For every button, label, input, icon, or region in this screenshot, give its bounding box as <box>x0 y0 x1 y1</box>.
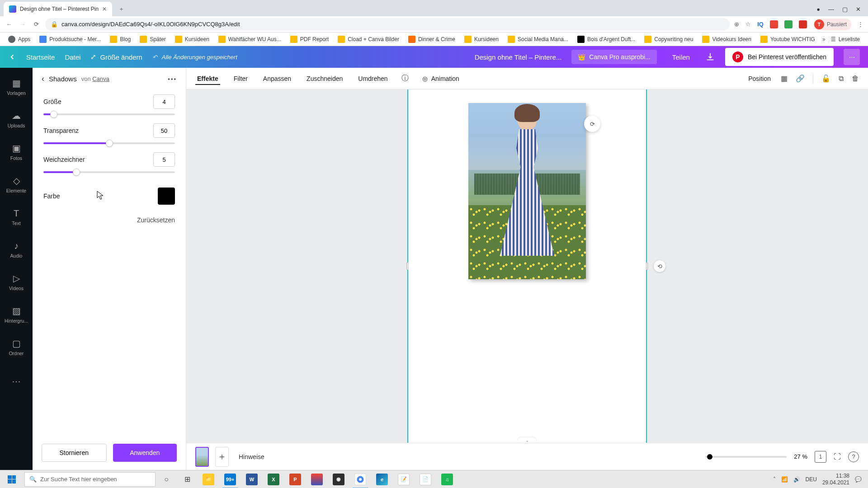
size-slider[interactable] <box>43 113 175 115</box>
url-input[interactable]: 🔒 canva.com/design/DAEdCa69Qs4/-oIKL0OlG… <box>45 18 730 31</box>
close-tab-icon[interactable]: ✕ <box>102 6 107 12</box>
reset-link[interactable]: Zurücksetzen <box>137 216 175 224</box>
clock[interactable]: 11:38 29.04.2021 <box>822 473 849 486</box>
resize-handle-right[interactable] <box>646 262 648 270</box>
header-back-icon[interactable] <box>8 53 16 61</box>
blur-slider[interactable] <box>43 171 175 173</box>
page-count-icon[interactable]: 1 <box>815 451 826 463</box>
panel-back-icon[interactable]: ‹ <box>42 74 44 84</box>
bookmark-item[interactable]: Youtube WICHTIG <box>757 34 819 45</box>
flip-tab[interactable]: Umdrehen <box>356 72 389 85</box>
rotate-handle[interactable]: ⟲ <box>654 260 665 272</box>
taskbar-app[interactable] <box>307 470 327 488</box>
rail-videos[interactable]: ▷Videos <box>0 266 33 298</box>
refresh-image-icon[interactable]: ⟳ <box>584 116 600 132</box>
chrome-menu-icon[interactable]: ⋮ <box>858 21 863 28</box>
taskbar-chrome[interactable] <box>350 470 371 488</box>
position-button[interactable]: Position <box>746 72 773 85</box>
adjust-tab[interactable]: Anpassen <box>261 72 293 85</box>
link-icon[interactable]: 🔗 <box>796 74 805 83</box>
chrome-account-dot[interactable]: ● <box>816 6 820 13</box>
bookmark-item[interactable]: Kursideen <box>461 34 502 45</box>
bookmark-item[interactable]: Bois d'Argent Duft... <box>574 34 639 45</box>
taskbar-app[interactable]: 📄 <box>415 470 436 488</box>
extension-icon-3[interactable] <box>799 20 807 28</box>
bookmark-item[interactable]: Produktsuche - Mer... <box>36 34 104 45</box>
close-window-icon[interactable]: ✕ <box>856 6 861 13</box>
bookmark-item[interactable]: Später <box>136 34 169 45</box>
bookmark-apps[interactable]: Apps <box>5 34 34 45</box>
bookmark-item[interactable]: PDF Report <box>287 34 332 45</box>
document-title[interactable]: Design ohne Titel – Pintere... <box>475 53 562 61</box>
rail-uploads[interactable]: ☁Uploads <box>0 103 33 136</box>
bookmark-item[interactable]: Blog <box>106 34 134 45</box>
animation-button[interactable]: ◎ Animation <box>420 72 461 85</box>
extension-icon-1[interactable] <box>770 20 778 28</box>
file-menu[interactable]: Datei <box>65 53 80 61</box>
rail-background[interactable]: ▨Hintergru... <box>0 298 33 331</box>
taskview-icon[interactable]: ⊞ <box>177 470 197 488</box>
help-icon[interactable]: ? <box>848 451 859 462</box>
transparency-value[interactable]: 50 <box>153 123 175 138</box>
minimize-icon[interactable]: — <box>828 6 834 13</box>
taskbar-explorer[interactable]: 📁 <box>198 470 219 488</box>
download-icon[interactable] <box>705 52 715 62</box>
filter-tab[interactable]: Filter <box>232 72 250 85</box>
cortana-icon[interactable]: ○ <box>156 470 176 488</box>
add-page-button[interactable]: ＋ <box>215 447 229 467</box>
transparency-slider[interactable] <box>43 142 175 144</box>
artboard[interactable]: ⟳ ⟲ <box>407 89 647 443</box>
try-pro-button[interactable]: 👑 Canva Pro ausprobi... <box>571 50 656 64</box>
color-swatch[interactable] <box>158 188 175 205</box>
notifications-icon[interactable]: 💬 <box>855 476 862 483</box>
rail-text[interactable]: TText <box>0 201 33 233</box>
bookmark-item[interactable]: Videokurs Ideen <box>698 34 755 45</box>
zoom-icon[interactable]: ⊕ <box>734 21 739 28</box>
taskbar-notepad[interactable]: 📝 <box>393 470 414 488</box>
resize-handle-left[interactable] <box>406 262 408 270</box>
fullscreen-icon[interactable]: ⛶ <box>834 453 841 461</box>
rail-audio[interactable]: ♪Audio <box>0 233 33 266</box>
home-link[interactable]: Startseite <box>26 53 55 61</box>
rail-more[interactable]: ⋯ <box>0 365 33 398</box>
slider-thumb[interactable] <box>106 140 113 147</box>
blur-value[interactable]: 5 <box>153 152 175 167</box>
maximize-icon[interactable]: ▢ <box>842 6 848 13</box>
rail-folders[interactable]: ▢Ordner <box>0 331 33 363</box>
bookmark-item[interactable]: Cload + Canva Bilder <box>334 34 403 45</box>
info-icon[interactable]: ⓘ <box>401 74 409 83</box>
cancel-button[interactable]: Stornieren <box>42 444 107 462</box>
rail-templates[interactable]: ▦Vorlagen <box>0 70 33 103</box>
taskbar-obs[interactable]: ◉ <box>328 470 349 488</box>
language-indicator[interactable]: DEU <box>806 476 817 483</box>
bookmark-item[interactable]: Kursideen <box>171 34 213 45</box>
lock-icon[interactable]: 🔓 <box>821 74 830 83</box>
taskbar-powerpoint[interactable]: P <box>285 470 306 488</box>
back-icon[interactable]: ← <box>5 21 14 28</box>
star-icon[interactable]: ☆ <box>745 21 751 28</box>
pinterest-publish-button[interactable]: P Bei Pinterest veröffentlichen <box>725 48 834 66</box>
rail-photos[interactable]: ▣Fotos <box>0 136 33 168</box>
slider-thumb[interactable] <box>50 111 57 118</box>
bookmark-item[interactable]: Social Media Mana... <box>504 34 572 45</box>
reload-icon[interactable]: ⟳ <box>32 21 41 28</box>
crop-tab[interactable]: Zuschneiden <box>305 72 344 85</box>
notes-button[interactable]: Hinweise <box>239 453 264 460</box>
resize-button[interactable]: ⤢ Größe ändern <box>90 53 142 61</box>
bookmark-item[interactable]: Dinner & Crime <box>405 34 459 45</box>
duplicate-icon[interactable]: ⧉ <box>839 75 844 83</box>
new-tab-button[interactable]: ＋ <box>115 3 127 15</box>
profile-chip[interactable]: T Pausiert <box>813 19 851 30</box>
author-link[interactable]: Canva <box>92 75 109 82</box>
bookmarks-overflow[interactable]: » <box>822 36 826 42</box>
effects-tab[interactable]: Effekte <box>195 72 220 85</box>
page-thumbnail[interactable] <box>195 447 209 467</box>
bookmark-item[interactable]: Copywriting neu <box>641 34 697 45</box>
rail-elements[interactable]: ◇Elemente <box>0 168 33 201</box>
zoom-percent[interactable]: 27 % <box>794 453 807 460</box>
header-more-button[interactable]: ⋯ <box>844 49 860 65</box>
volume-icon[interactable]: 🔊 <box>793 476 800 483</box>
taskbar-search[interactable]: 🔍 Zur Suche Text hier eingeben <box>24 472 156 487</box>
tray-expand-icon[interactable]: ˄ <box>773 476 776 483</box>
apply-button[interactable]: Anwenden <box>113 444 177 462</box>
